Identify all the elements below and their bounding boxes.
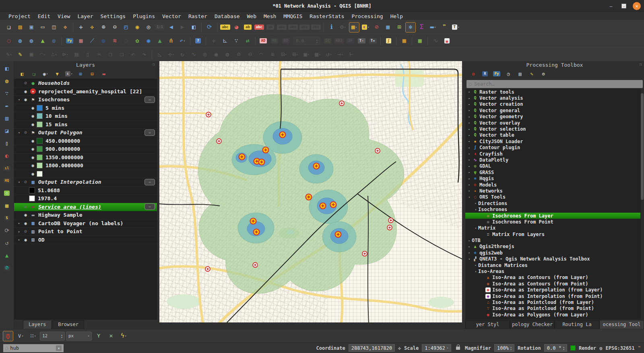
expand-arrow-icon[interactable]: ▸	[17, 238, 22, 242]
delete-part-button[interactable]: ⊖	[245, 49, 255, 60]
toolbox-scrollbar[interactable]	[640, 89, 644, 320]
menu-help[interactable]: Help	[387, 13, 407, 19]
zoom-in-button[interactable]: ⊕	[98, 22, 109, 33]
layer-row-450-0000000[interactable]: ◉450.0000000	[14, 137, 157, 146]
mode-2p-button[interactable]: 2P	[345, 36, 355, 46]
visibility-eye-icon[interactable]: ◉	[22, 237, 29, 242]
expand-arrow-icon[interactable]: ▸	[467, 152, 472, 156]
dataplotly-panel-button[interactable]: ıl	[2, 163, 12, 173]
append-features-table-button[interactable]: ▦	[415, 36, 425, 46]
current-edits-button[interactable]: ✎▾	[4, 49, 14, 60]
diagram-options-button[interactable]: ◕	[231, 22, 242, 33]
menu-vector[interactable]: Vector	[159, 13, 185, 19]
menu-project[interactable]: Project	[5, 13, 34, 19]
toolbox-row-qgis2threejs[interactable]: ▸▲Qgis2threejs	[465, 244, 644, 250]
split-features-button[interactable]: ⊟▾	[279, 49, 289, 60]
dem-tools-button[interactable]: ▲	[155, 36, 165, 46]
text-annotation-button[interactable]: T▾	[450, 22, 461, 33]
enable-snapping-button[interactable]: Ω	[3, 331, 13, 341]
toggle-editing-button[interactable]: ✎	[15, 49, 25, 60]
close-button[interactable]: ✕	[633, 2, 641, 10]
toolbox-row-vector-table[interactable]: ▸QVector table	[465, 132, 644, 138]
snapping-tolerance-input[interactable]	[42, 333, 58, 339]
rotate-feature-button[interactable]: ↻	[177, 49, 188, 60]
expand-arrow-icon[interactable]: ▸	[467, 177, 472, 181]
menu-mmqgis[interactable]: MMQGIS	[280, 13, 306, 19]
visibility-eye-icon[interactable]: ⊘	[22, 130, 29, 135]
magnifier-field[interactable]: 100%▲▼	[494, 344, 514, 352]
layer-row-15-mins[interactable]: ◉15 mins	[14, 121, 157, 129]
toolbox-row-networks[interactable]: ▸✦Networks	[465, 188, 644, 194]
models-button[interactable]: ⚙	[468, 70, 479, 78]
menu-edit[interactable]: Edit	[34, 13, 54, 19]
options-button[interactable]: ⚙	[538, 70, 549, 78]
toolbox-row-iso-areas[interactable]: ▾Iso-Areas	[465, 268, 644, 274]
toolbox-row-vector-creation[interactable]: ▸QVector creation	[465, 101, 644, 107]
r-scripts-button[interactable]: R	[480, 70, 490, 78]
menu-layer[interactable]: Layer	[74, 13, 97, 19]
float-panel-icon[interactable]: ❐	[640, 62, 642, 66]
add-record-button[interactable]: ∴▾	[49, 49, 59, 60]
toolbox-row-dataplotly[interactable]: ▸∿DataPlotly	[465, 157, 644, 163]
layer-row-highway-sample[interactable]: ◉▬Highway Sample	[14, 211, 157, 220]
toolbox-row-vector-geometry[interactable]: ▸QVector geometry	[465, 114, 644, 120]
layout-manager-button[interactable]: ◫	[49, 22, 59, 33]
processing-toolbox-toggle-button[interactable]: ✻	[405, 22, 416, 33]
show-statistics-button[interactable]: Σ	[417, 22, 427, 33]
expand-all-button[interactable]: ⊞	[75, 70, 86, 78]
history-button[interactable]: ◷	[503, 70, 514, 78]
split-parts-button[interactable]: ⊞▾	[290, 49, 300, 60]
expand-arrow-icon[interactable]: ▸	[467, 90, 472, 94]
toolbox-row-qneat3-qgis-network-analysis-toolbox[interactable]: ▾▞QNEAT3 - Qgis Network Analysis Toolbox	[465, 256, 644, 262]
toolbox-row-matrix-from-layers[interactable]: ∷Matrix From Layers	[465, 231, 644, 237]
reshape-features-button[interactable]: ◠	[256, 49, 266, 60]
search-globe-button[interactable]: ◍	[49, 36, 59, 46]
zoom-to-layer-button[interactable]: ◎	[143, 22, 154, 33]
snap-intersection-button[interactable]: ✕	[106, 331, 116, 341]
expand-arrow-icon[interactable]: ▸	[467, 170, 472, 174]
layer-row-1800-0000000[interactable]: ◉1800.0000000	[14, 162, 157, 170]
statistical-summary-button[interactable]: ⊞	[394, 22, 405, 33]
vertex-tool-button[interactable]: ⊳▾	[60, 49, 70, 60]
add-group-button[interactable]: ❏	[29, 70, 39, 78]
toolbox-row-matrix[interactable]: ▾Matrix	[465, 225, 644, 231]
sld4raster-button[interactable]: ▦	[399, 36, 409, 46]
style-manager-button[interactable]: ❖	[60, 22, 70, 33]
toolbox-row-iso-area-as-contours-from-point[interactable]: ◉Iso-Area as Contours (from Point)	[465, 281, 644, 287]
geocode-globe-button[interactable]: ◍	[26, 36, 37, 46]
toolbox-row-cityjson-loader[interactable]: ▸▪CityJSON Loader	[465, 138, 644, 144]
menu-rasterstats[interactable]: RasterStats	[306, 13, 348, 19]
expand-arrow-icon[interactable]: ▸	[467, 133, 472, 137]
advanced-digitizing-button[interactable]: AD	[258, 36, 268, 46]
zoom-next-button[interactable]: ▶	[177, 22, 188, 33]
expand-arrow-icon[interactable]: ▸	[473, 201, 478, 205]
tracing-button[interactable]: ϟ▾	[118, 331, 129, 341]
float-panel-icon[interactable]: ❐	[153, 62, 155, 66]
qgis2threejs-button[interactable]: ▲	[37, 36, 48, 46]
zoom-out-button[interactable]: ⊖	[109, 22, 120, 33]
ors-tools-button[interactable]: ◌	[4, 36, 14, 46]
menu-view[interactable]: View	[54, 13, 74, 19]
mode-mo-button[interactable]: MO	[269, 36, 280, 46]
move-feature-button[interactable]: ✣▾	[166, 49, 176, 60]
rotate-label-button[interactable]: abc	[277, 22, 287, 33]
hqgis-panel-button[interactable]: HQ	[2, 176, 12, 185]
expand-arrow-icon[interactable]: ▸	[17, 221, 22, 225]
pan-map-button[interactable]: ✛	[76, 22, 86, 33]
toolbox-row-iso-area-as-interpolation-from-layer[interactable]: ◉Iso-Area as Interpolation (from Layer)	[465, 287, 644, 293]
profile-line-button[interactable]: ⟋	[87, 36, 97, 46]
add-part-button[interactable]: ◉	[211, 49, 221, 60]
street-smart-button[interactable]: S	[2, 213, 12, 223]
toolbox-row-isochrones-from-point[interactable]: ◉Isochrones From Point	[465, 219, 644, 225]
coordinate-field[interactable]: 288743,1617820	[349, 344, 395, 352]
python-console-button[interactable]: Py	[64, 36, 75, 46]
refresh-attributes-button[interactable]: ⇄	[242, 36, 253, 46]
menu-web[interactable]: Web	[244, 13, 260, 19]
snapping-type-button[interactable]: ∷▾	[28, 331, 38, 341]
add-virtual-layer-button[interactable]: ◪	[2, 126, 12, 135]
layer-row-900-0000000[interactable]: ◉900.0000000	[14, 145, 157, 154]
save-edits-button[interactable]: ▣	[26, 49, 37, 60]
mouse-tracking-icon[interactable]: ✜	[398, 345, 401, 351]
contour-tool-button[interactable]: ◉	[143, 36, 154, 46]
layer-row-51-0688[interactable]: 51.0688	[14, 187, 157, 195]
